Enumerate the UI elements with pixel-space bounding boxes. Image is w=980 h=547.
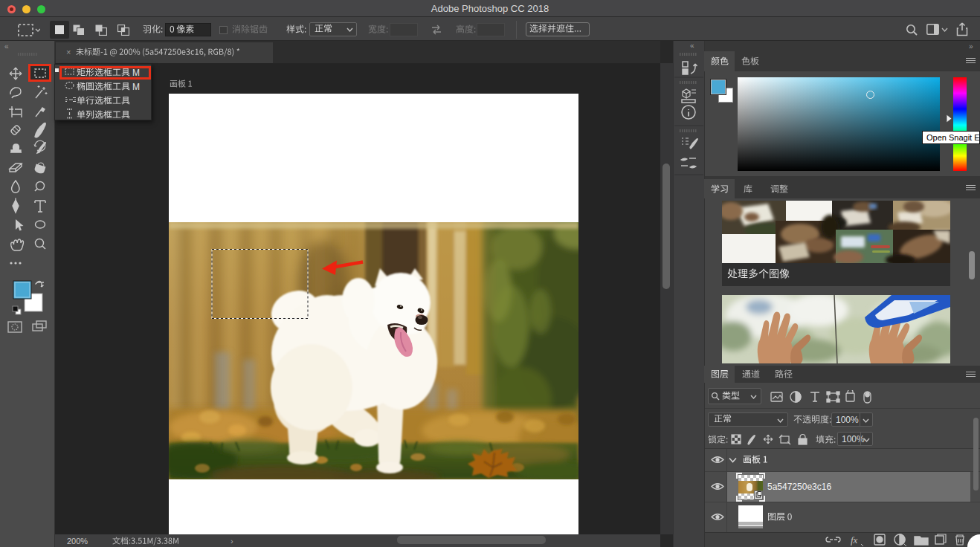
svg-text:«: « <box>4 42 9 51</box>
svg-text:«: « <box>690 42 694 50</box>
svg-text:fx: fx <box>851 534 858 546</box>
svg-text:M: M <box>132 82 140 92</box>
